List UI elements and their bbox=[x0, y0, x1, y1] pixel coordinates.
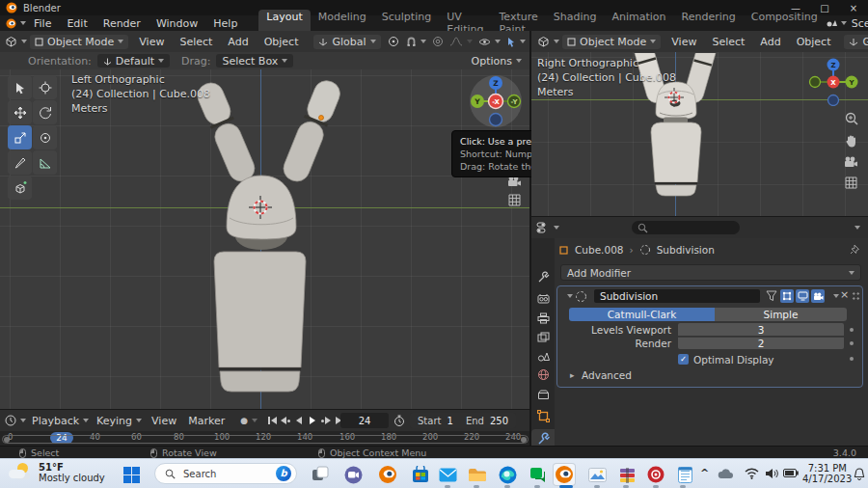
winrar-icon[interactable] bbox=[615, 463, 638, 486]
modifier-realtime-toggle[interactable] bbox=[796, 289, 809, 303]
scene-selector[interactable]: Scene bbox=[826, 17, 868, 30]
properties-tab-tool[interactable] bbox=[533, 267, 553, 286]
drag-value-dropdown[interactable]: Select Box bbox=[216, 54, 293, 68]
properties-tab-view-layer[interactable] bbox=[533, 328, 553, 347]
mode-dropdown[interactable]: Object Mode bbox=[30, 35, 128, 49]
visibility-dropdown-icon[interactable] bbox=[478, 38, 501, 46]
end-value[interactable]: 250 bbox=[490, 416, 508, 426]
viewport-menu-item[interactable]: Add bbox=[752, 36, 788, 48]
google-chat-icon[interactable] bbox=[526, 463, 549, 486]
show-gizmo-icon[interactable] bbox=[506, 37, 526, 47]
tool-tweak-select[interactable] bbox=[8, 75, 32, 99]
use-preview-range-icon[interactable] bbox=[393, 415, 405, 426]
jump-to-start-button[interactable] bbox=[265, 414, 279, 427]
properties-tab-output[interactable] bbox=[533, 309, 553, 328]
snap-magnet-icon[interactable] bbox=[406, 37, 426, 47]
modifier-render-toggle[interactable] bbox=[811, 289, 825, 303]
keying-extra-dropdown[interactable] bbox=[252, 419, 258, 422]
viewport-divider[interactable] bbox=[529, 31, 531, 453]
animate-dot-viewport[interactable] bbox=[850, 328, 854, 332]
editor-type-button-right[interactable] bbox=[537, 36, 559, 47]
navigation-gizmo-left[interactable]: Z Y -Y -X bbox=[469, 74, 523, 128]
menu-item[interactable]: Window bbox=[149, 17, 205, 30]
onedrive-cloud-icon[interactable] bbox=[718, 469, 734, 479]
algorithm-catmull-clark-button[interactable]: Catmull-Clark bbox=[569, 308, 715, 321]
levels-viewport-field[interactable]: 3 bbox=[678, 323, 844, 336]
optimal-display-checkbox[interactable]: ✓ bbox=[678, 354, 689, 365]
properties-search-input[interactable] bbox=[632, 221, 740, 234]
view-menu[interactable]: View bbox=[151, 415, 176, 427]
add-modifier-button[interactable]: Add Modifier bbox=[560, 264, 861, 281]
prev-keyframe-button[interactable] bbox=[279, 414, 292, 427]
start-value[interactable]: 1 bbox=[447, 416, 452, 426]
blender-pinned-icon[interactable] bbox=[376, 463, 399, 486]
algorithm-simple-button[interactable]: Simple bbox=[715, 308, 847, 321]
notifications-bell-icon[interactable] bbox=[853, 468, 865, 480]
modifier-close-icon[interactable]: × bbox=[840, 288, 849, 301]
blender-menu-icon[interactable] bbox=[6, 18, 26, 29]
photos-app-icon[interactable] bbox=[585, 463, 609, 486]
animate-dot-render[interactable] bbox=[850, 341, 854, 345]
pan-hand-icon[interactable] bbox=[845, 134, 857, 148]
zoom-icon[interactable] bbox=[845, 112, 858, 125]
options-button[interactable]: Options bbox=[472, 55, 522, 68]
h-divider-right[interactable] bbox=[531, 216, 868, 217]
viewport-menu-item[interactable]: Object bbox=[257, 36, 307, 48]
h-divider-timeline[interactable] bbox=[0, 409, 531, 410]
notepad-icon[interactable] bbox=[673, 463, 696, 486]
frame-range-fields[interactable]: Start 1 End 250 bbox=[410, 413, 516, 428]
close-button[interactable]: × bbox=[839, 3, 868, 14]
blender-active-icon[interactable] bbox=[553, 463, 576, 486]
marker-menu[interactable]: Marker bbox=[188, 415, 225, 427]
modifier-name-field[interactable]: Subdivision bbox=[594, 289, 760, 303]
advanced-collapse-arrow[interactable]: ▸ bbox=[570, 370, 575, 380]
modifier-filter-icon[interactable] bbox=[766, 290, 777, 302]
breadcrumb-object[interactable]: Cube.008 bbox=[575, 244, 624, 256]
viewport-menu-item[interactable]: Select bbox=[172, 36, 220, 48]
properties-tab-object[interactable] bbox=[533, 406, 553, 425]
toggle-grid-icon-right[interactable] bbox=[845, 176, 857, 189]
bing-icon[interactable]: b bbox=[276, 466, 291, 481]
menu-item[interactable]: Help bbox=[205, 17, 245, 30]
modifier-extras-dropdown[interactable] bbox=[833, 294, 839, 298]
toggle-grid-icon[interactable] bbox=[508, 194, 521, 206]
tool-cursor[interactable] bbox=[33, 75, 57, 99]
tray-expand-caret[interactable]: ^ bbox=[700, 467, 709, 479]
play-reverse-button[interactable] bbox=[292, 414, 306, 427]
menu-item[interactable]: Render bbox=[95, 17, 149, 30]
orientation-dropdown[interactable]: Global bbox=[313, 35, 380, 49]
viewport-menu-item[interactable]: Select bbox=[704, 36, 752, 48]
advanced-section-label[interactable]: Advanced bbox=[582, 369, 632, 381]
edge-browser-icon[interactable] bbox=[496, 463, 519, 486]
properties-tab-world[interactable] bbox=[533, 365, 553, 384]
tool-add-cube[interactable] bbox=[8, 176, 32, 200]
properties-filter-dropdown[interactable] bbox=[854, 226, 860, 230]
keying-menu[interactable]: Keying bbox=[96, 415, 142, 427]
timeline-scrollbar[interactable] bbox=[2, 435, 529, 444]
tool-scale[interactable] bbox=[8, 125, 32, 149]
animate-dot-optimal[interactable] bbox=[850, 357, 854, 361]
viewport-menu-item[interactable]: View bbox=[664, 36, 704, 48]
tool-annotate[interactable] bbox=[8, 150, 32, 175]
play-button[interactable] bbox=[306, 414, 319, 427]
properties-editor-type-button[interactable] bbox=[536, 222, 559, 233]
file-explorer-icon[interactable] bbox=[465, 463, 488, 486]
mail-icon[interactable] bbox=[436, 463, 459, 486]
viewport-left[interactable]: Left Orthographic (24) Collection | Cube… bbox=[0, 69, 531, 410]
volume-icon[interactable] bbox=[765, 468, 778, 479]
battery-icon[interactable] bbox=[783, 469, 799, 477]
weather-widget[interactable]: 51°F Mostly cloudy bbox=[8, 462, 105, 483]
current-frame-field[interactable]: 24 bbox=[340, 413, 389, 428]
render-level-field[interactable]: 2 bbox=[678, 337, 844, 349]
properties-tab-render[interactable] bbox=[533, 288, 553, 308]
panel-expand-icon[interactable] bbox=[567, 294, 573, 298]
playback-menu[interactable]: Playback bbox=[32, 415, 89, 427]
tool-rotate[interactable] bbox=[33, 100, 57, 124]
orientation-dropdown-right[interactable]: Global bbox=[844, 35, 868, 49]
modifier-drag-handle[interactable] bbox=[852, 291, 860, 301]
timeline-ruler[interactable]: 0406080100120140160180200220240 24 bbox=[0, 431, 531, 446]
model-rabbit-left-view[interactable] bbox=[183, 72, 347, 395]
proportional-edit-icon[interactable] bbox=[432, 36, 444, 47]
navigation-gizmo-right[interactable]: Z Y X bbox=[808, 56, 858, 106]
tool-move[interactable] bbox=[8, 100, 32, 124]
